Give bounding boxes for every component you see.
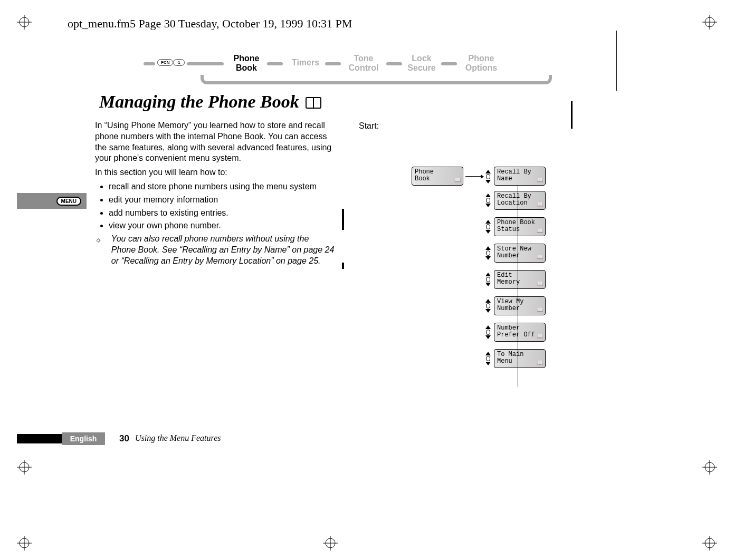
tree-root-row: PhoneBook 📖 Recall ByName 📖	[412, 167, 549, 186]
book-icon: 📖	[454, 178, 461, 184]
book-icon: 📖	[537, 307, 543, 313]
connector	[518, 186, 518, 387]
breadcrumb-item: Timers	[287, 58, 324, 67]
scroll-icon	[484, 194, 492, 207]
menu-box: To MainMenu 📖	[494, 349, 546, 368]
bullet-list: recall and store phone numbers using the…	[109, 181, 335, 231]
book-icon: 📖	[537, 360, 543, 366]
scroll-icon	[484, 220, 492, 234]
breadcrumb-label: Timers	[292, 58, 319, 67]
book-icon: 📖	[537, 178, 543, 184]
note-text: You can also recall phone numbers withou…	[111, 234, 335, 266]
paragraph: In “Using Phone Memory” you learned how …	[95, 120, 335, 164]
tree-row: Phone BookStatus 📖	[484, 217, 549, 236]
menu-key-icon: MENU	[56, 197, 81, 206]
tree-row: Store NewNumber 📖	[484, 244, 549, 263]
menu-box: Phone BookStatus 📖	[494, 217, 546, 236]
footer-accent	[17, 434, 62, 443]
crop-mark-icon	[323, 536, 338, 551]
page-title: Managing the Phone Book	[99, 92, 321, 113]
crop-mark-icon	[702, 15, 717, 30]
menu-box-label: Recall ByName	[497, 168, 531, 182]
list-item: view your own phone number.	[109, 220, 335, 231]
connector	[201, 75, 552, 84]
menu-box-label: EditMemory	[497, 272, 520, 286]
list-item: add numbers to existing entries.	[109, 208, 335, 219]
menu-box-label: View MyNumber	[497, 298, 523, 312]
tree-children: Recall ByLocation 📖 Phone BookStatus 📖 S…	[484, 191, 549, 368]
breadcrumb-label: PhoneOptions	[465, 54, 497, 72]
revision-bar-icon	[342, 209, 344, 230]
menu-tree: PhoneBook 📖 Recall ByName 📖 Recall ByLoc…	[412, 167, 549, 375]
book-icon: 📖	[537, 255, 543, 260]
paragraph: In this section you will learn how to:	[95, 167, 335, 178]
breadcrumb-item: PhoneBook	[226, 54, 267, 72]
tree-row: NumberPrefer Off 📖	[484, 323, 549, 342]
breadcrumb-label: LockSecure	[407, 54, 435, 72]
book-icon: 📖	[537, 281, 543, 287]
connector	[144, 62, 155, 65]
crop-mark-icon	[17, 536, 32, 551]
connector	[187, 62, 224, 65]
list-item: recall and store phone numbers using the…	[109, 181, 335, 192]
crop-mark-icon	[702, 536, 717, 551]
scroll-icon	[484, 325, 492, 339]
page: opt_menu.fm5 Page 30 Tuesday, October 19…	[0, 0, 734, 560]
menu-box: Recall ByName 📖	[494, 167, 546, 186]
menu-box-label: Recall ByLocation	[497, 192, 531, 207]
menu-box-label: Store NewNumber	[497, 245, 531, 259]
crop-mark-icon	[702, 460, 717, 475]
tree-row: Recall ByLocation 📖	[484, 191, 549, 210]
connector	[386, 62, 402, 65]
body-column: In “Using Phone Memory” you learned how …	[95, 120, 335, 267]
breadcrumb-item: ToneControl	[342, 54, 385, 72]
divider	[571, 101, 573, 129]
menu-box-label: Phone BookStatus	[497, 219, 535, 233]
menu-box-label: NumberPrefer Off	[497, 324, 535, 339]
start-label: Start:	[359, 121, 379, 131]
menu-box: Store NewNumber 📖	[494, 244, 546, 263]
menu-box: EditMemory 📖	[494, 270, 546, 289]
scroll-icon	[484, 170, 492, 184]
breadcrumb: FCN 1 PhoneBook Timers ToneControl LockS…	[144, 51, 550, 86]
book-icon: 📖	[537, 202, 543, 208]
page-title-text: Managing the Phone Book	[99, 92, 299, 111]
page-number: 30	[119, 433, 129, 444]
footer-section: Using the Menu Features	[135, 433, 221, 443]
menu-box-label: To MainMenu	[497, 351, 523, 365]
running-header: opt_menu.fm5 Page 30 Tuesday, October 19…	[68, 17, 352, 31]
fcn-key-icon: FCN	[157, 59, 173, 66]
breadcrumb-item: PhoneOptions	[459, 54, 503, 72]
breadcrumb-label: PhoneBook	[234, 54, 260, 72]
scroll-icon	[484, 352, 492, 365]
footer-language: English	[62, 432, 105, 445]
breadcrumb-label: ToneControl	[349, 54, 379, 72]
list-item: edit your memory information	[109, 195, 335, 206]
tree-row: To MainMenu 📖	[484, 349, 549, 368]
note: ☼ You can also recall phone numbers with…	[95, 234, 335, 266]
connector	[441, 62, 457, 65]
connector	[325, 62, 341, 65]
book-icon: 📖	[537, 334, 543, 340]
crop-mark-icon	[17, 15, 32, 30]
side-tab: MENU	[17, 193, 87, 209]
tree-row: View MyNumber 📖	[484, 296, 549, 315]
breadcrumb-item: LockSecure	[403, 54, 440, 72]
tree-row: EditMemory 📖	[484, 270, 549, 289]
scroll-icon	[484, 273, 492, 286]
menu-box: NumberPrefer Off 📖	[494, 323, 546, 342]
revision-bar-icon	[342, 263, 344, 269]
scroll-icon	[484, 246, 492, 260]
arrow-right-icon	[465, 176, 483, 177]
connector	[267, 62, 283, 65]
one-key-icon: 1	[173, 59, 185, 66]
menu-box: View MyNumber 📖	[494, 296, 546, 315]
menu-box: Recall ByLocation 📖	[494, 191, 546, 210]
scroll-icon	[484, 299, 492, 313]
menu-box-label: PhoneBook	[415, 168, 434, 182]
divider	[616, 31, 617, 91]
note-icon: ☼	[95, 235, 102, 266]
menu-box-root: PhoneBook 📖	[412, 167, 463, 186]
crop-mark-icon	[17, 460, 32, 475]
book-icon	[306, 93, 321, 113]
